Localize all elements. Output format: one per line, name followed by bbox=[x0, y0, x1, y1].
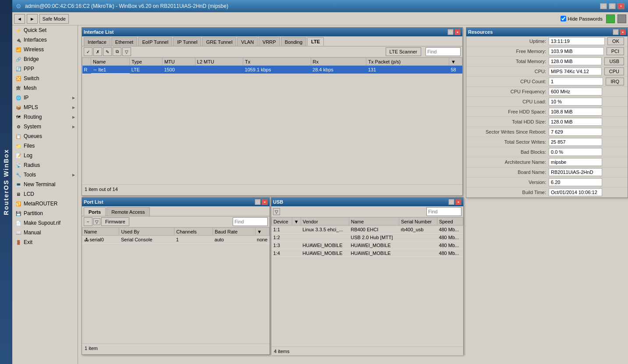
tab-gre-tunnel[interactable]: GRE Tunnel bbox=[202, 37, 236, 46]
back-button[interactable]: ◄ bbox=[14, 14, 25, 24]
log-icon: 📝 bbox=[15, 152, 22, 159]
table-row[interactable]: 1:2 USB 2.0 Hub [MTT] 480 Mb... bbox=[272, 233, 463, 241]
pci-button[interactable]: PCI bbox=[607, 47, 624, 55]
usb-status: 4 items bbox=[271, 346, 463, 355]
col-tx[interactable]: Tx bbox=[243, 58, 311, 66]
port-search-input[interactable] bbox=[233, 217, 268, 226]
irq-button[interactable]: IRQ bbox=[606, 78, 624, 85]
remove-button[interactable]: ✗ bbox=[93, 47, 102, 56]
port-list-resize-btn[interactable]: □ bbox=[255, 199, 261, 205]
port-list-close-btn[interactable]: × bbox=[262, 199, 268, 205]
filter-button[interactable]: ▽ bbox=[122, 47, 131, 56]
add-button[interactable]: ✓ bbox=[84, 47, 92, 56]
usb-row-flag bbox=[292, 233, 301, 241]
sidebar-item-mpls[interactable]: 📦 MPLS bbox=[12, 102, 78, 112]
table-row[interactable]: 1:3 HUAWEI_MOBILE HUAWEI_MOBILE 480 Mb..… bbox=[272, 241, 463, 249]
tab-interface[interactable]: Interface bbox=[84, 37, 110, 46]
port-remove-button[interactable]: − bbox=[84, 217, 92, 226]
col-type[interactable]: Type bbox=[130, 58, 163, 66]
sidebar-item-mesh[interactable]: 🕸 Mesh bbox=[12, 83, 78, 93]
table-row[interactable]: 🖧serial0 Serial Console 1 auto none bbox=[82, 236, 270, 244]
resources-resize-btn[interactable]: □ bbox=[613, 29, 619, 35]
copy-button[interactable]: ⧉ bbox=[113, 47, 121, 56]
tab-eoip-tunnel[interactable]: EoIP Tunnel bbox=[138, 37, 172, 46]
port-col-flow-control[interactable]: ▼ bbox=[255, 228, 269, 236]
cpu-button[interactable]: CPU bbox=[604, 67, 624, 75]
port-col-baud-rate[interactable]: Baud Rate bbox=[213, 228, 255, 236]
col-l2mtu[interactable]: L2 MTU bbox=[195, 58, 243, 66]
usb-col-serial[interactable]: Name bbox=[349, 218, 399, 226]
usb-col-speed-h[interactable]: Speed bbox=[437, 218, 463, 226]
sidebar-item-lcd[interactable]: 🖥 LCD bbox=[12, 189, 78, 199]
table-row[interactable]: R ↔lte1 LTE 1500 1059.1 kbps 28.4 kbps 1… bbox=[82, 66, 462, 74]
usb-col-name-h[interactable]: Vendor bbox=[301, 218, 349, 226]
port-tab-ports[interactable]: Ports bbox=[84, 207, 106, 216]
tab-vrrp[interactable]: VRRP bbox=[259, 37, 280, 46]
table-row[interactable]: 1:4 HUAWEI_MOBILE HUAWEI_MOBILE 480 Mb..… bbox=[272, 249, 463, 257]
col-rx[interactable]: Rx bbox=[311, 58, 366, 66]
sidebar-item-tools[interactable]: 🔧 Tools bbox=[12, 170, 78, 180]
sidebar-item-radius[interactable]: 📡 Radius bbox=[12, 160, 78, 170]
usb-col-vendor[interactable]: ▼ bbox=[292, 218, 301, 226]
table-row[interactable]: 1:1 Linux 3.3.5 ehci_... RB400 EHCI rb40… bbox=[272, 226, 463, 233]
forward-button[interactable]: ► bbox=[27, 14, 38, 24]
tab-ip-tunnel[interactable]: IP Tunnel bbox=[173, 37, 201, 46]
lte-scanner-button[interactable]: LTE Scanner bbox=[386, 47, 421, 56]
sidebar-item-ppp[interactable]: 🔄 PPP bbox=[12, 64, 78, 74]
hide-passwords-label: Hide Passwords bbox=[568, 16, 603, 21]
sidebar-item-routing[interactable]: 🗺 Routing bbox=[12, 112, 78, 122]
sidebar-item-system[interactable]: ⚙ System bbox=[12, 122, 78, 131]
sidebar-item-log[interactable]: 📝 Log bbox=[12, 151, 78, 160]
col-tx-packet[interactable]: Tx Packet (p/s) bbox=[366, 58, 449, 66]
resources-close-btn[interactable]: × bbox=[620, 29, 626, 35]
close-button[interactable]: × bbox=[617, 3, 624, 9]
usb-filter-icon[interactable]: ▽ bbox=[273, 208, 280, 215]
port-row-baud-rate: auto bbox=[213, 236, 255, 244]
sidebar-item-manual[interactable]: 📖 Manual bbox=[12, 228, 78, 237]
usb-close-btn[interactable]: × bbox=[455, 199, 461, 205]
col-flag[interactable] bbox=[82, 58, 91, 66]
col-mtu[interactable]: MTU bbox=[162, 58, 195, 66]
usb-col-device[interactable]: Device bbox=[272, 218, 292, 226]
sidebar-item-interfaces[interactable]: 🔌 Interfaces bbox=[12, 35, 78, 45]
col-name[interactable]: Name bbox=[91, 58, 130, 66]
port-tab-remote-access[interactable]: Remote Access bbox=[106, 207, 149, 216]
interface-list-resize-btn[interactable]: □ bbox=[447, 29, 454, 35]
sidebar-item-quick-set[interactable]: ⚡ Quick Set bbox=[12, 25, 78, 35]
safe-mode-button[interactable]: Safe Mode bbox=[39, 14, 69, 24]
port-col-channels[interactable]: Channels bbox=[174, 228, 213, 236]
tab-ethernet[interactable]: Ethernet bbox=[111, 37, 138, 46]
sidebar-item-files[interactable]: 📁 Files bbox=[12, 141, 78, 151]
ok-button[interactable]: OK bbox=[607, 37, 624, 45]
sidebar-item-queues[interactable]: 📋 Queues bbox=[12, 131, 78, 141]
usb-search-input[interactable] bbox=[426, 207, 461, 216]
sidebar-item-switch[interactable]: 🔀 Switch bbox=[12, 74, 78, 83]
sidebar-item-ip[interactable]: 🌐 IP bbox=[12, 93, 78, 102]
usb-resize-btn[interactable]: □ bbox=[448, 199, 454, 205]
tab-lte[interactable]: LTE bbox=[307, 37, 324, 46]
sidebar-item-partition[interactable]: 💾 Partition bbox=[12, 209, 78, 218]
usb-button[interactable]: USB bbox=[604, 57, 624, 65]
sidebar-item-wireless[interactable]: 📶 Wireless bbox=[12, 45, 78, 54]
interface-search-input[interactable] bbox=[426, 47, 461, 56]
sidebar-item-exit[interactable]: 🚪 Exit bbox=[12, 237, 78, 247]
tab-vlan[interactable]: VLAN bbox=[237, 37, 258, 46]
col-rx-packet[interactable]: ▼ bbox=[449, 58, 462, 66]
res-label-bad-blocks: Bad Blocks: bbox=[470, 149, 549, 155]
sidebar-item-bridge[interactable]: 🔗 Bridge bbox=[12, 54, 78, 64]
sidebar-item-make-supout[interactable]: 📄 Make Supout.rif bbox=[12, 218, 78, 228]
sidebar-item-metarouter[interactable]: 🔁 MetaROUTER bbox=[12, 199, 78, 209]
port-col-used-by[interactable]: Used By bbox=[119, 228, 174, 236]
port-col-name[interactable]: Name bbox=[82, 228, 119, 236]
firmware-button[interactable]: Firmware bbox=[101, 217, 129, 226]
port-filter-icon[interactable]: ▽ bbox=[93, 218, 100, 225]
maximize-button[interactable]: □ bbox=[609, 3, 616, 9]
edit-button[interactable]: ✎ bbox=[103, 47, 112, 56]
minimize-button[interactable]: − bbox=[600, 3, 607, 9]
sidebar-item-new-terminal[interactable]: 💻 New Terminal bbox=[12, 180, 78, 189]
res-value-version: 6.20 bbox=[549, 178, 602, 186]
hide-passwords-checkbox[interactable] bbox=[561, 16, 566, 21]
tab-bonding[interactable]: Bonding bbox=[281, 37, 306, 46]
usb-col-speed[interactable]: Serial Number bbox=[399, 218, 437, 226]
interface-list-close-btn[interactable]: × bbox=[454, 29, 461, 35]
